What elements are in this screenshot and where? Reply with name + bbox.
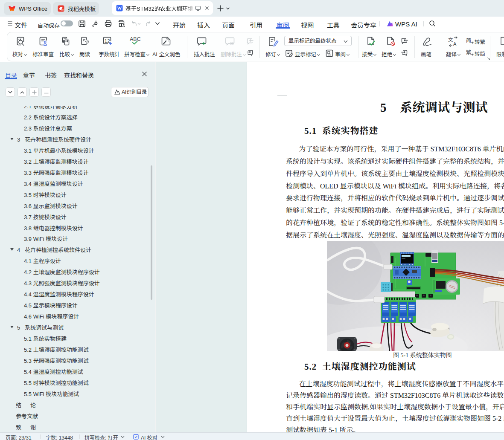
svg-text:文: 文: [448, 36, 453, 43]
svg-text:A: A: [453, 41, 457, 46]
svg-text:AI: AI: [61, 9, 64, 11]
svg-text:12: 12: [105, 38, 110, 43]
svg-text:简: 简: [466, 37, 471, 43]
svg-text:ABC: ABC: [130, 36, 141, 42]
svg-text:繁: 繁: [466, 49, 471, 55]
